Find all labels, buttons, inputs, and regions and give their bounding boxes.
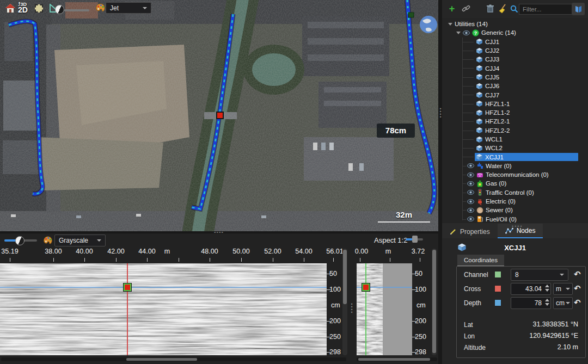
profile-position-line[interactable] bbox=[365, 263, 366, 355]
x-tick-label: 38.00 bbox=[45, 248, 62, 255]
radargram-palette-button[interactable] bbox=[42, 235, 53, 246]
tree-item[interactable]: HFZL1-1 bbox=[442, 100, 588, 108]
cross-spinner[interactable] bbox=[545, 285, 549, 292]
tree-item[interactable]: HFZL2-2 bbox=[442, 126, 588, 135]
radargram-colormap-select[interactable]: Grayscale bbox=[54, 235, 106, 246]
clear-button[interactable] bbox=[497, 3, 508, 15]
depth-spinner[interactable] bbox=[545, 299, 549, 306]
tree-item[interactable]: CJJ1 bbox=[442, 38, 588, 46]
cross-undo-button[interactable]: ↶ bbox=[574, 284, 581, 293]
tree-category-traffic[interactable]: Traffic Control (0) bbox=[442, 188, 588, 197]
tree-category-telecom[interactable]: Telecommunication (0) bbox=[442, 170, 588, 179]
eye-icon[interactable] bbox=[467, 208, 474, 213]
map-colormap-value: Jet bbox=[110, 4, 119, 12]
tab-coordinates[interactable]: Coordinates bbox=[457, 255, 504, 267]
cross-input[interactable]: 43.04 bbox=[511, 283, 551, 295]
eye-icon[interactable] bbox=[467, 181, 474, 186]
tree-item[interactable]: WCL2 bbox=[442, 144, 588, 152]
map-viewport[interactable]: ⤴3D 2D Jet 78cm 32m bbox=[0, 0, 438, 231]
tree-item-label: HFZL2-2 bbox=[485, 127, 510, 134]
cross-radargram[interactable] bbox=[357, 263, 412, 355]
main-radargram[interactable] bbox=[0, 263, 327, 355]
catalog-panel-button[interactable] bbox=[572, 3, 585, 15]
tree-item[interactable]: CJJ6 bbox=[442, 82, 588, 90]
spin-down-icon bbox=[545, 289, 549, 292]
caret-down-icon[interactable] bbox=[456, 32, 461, 34]
map-palette-button[interactable] bbox=[95, 2, 106, 13]
main-radargram-vscrollbar[interactable] bbox=[342, 249, 347, 355]
lon-label: Lon bbox=[464, 332, 475, 340]
eye-icon[interactable] bbox=[467, 172, 474, 177]
tree-category-water[interactable]: Water (0) bbox=[442, 162, 588, 170]
vertical-splitter[interactable]: •••• bbox=[438, 0, 442, 364]
cube-icon bbox=[476, 47, 483, 54]
x-tick-label: 52.00 bbox=[264, 248, 281, 255]
map-colormap-select[interactable]: Jet bbox=[106, 2, 151, 14]
aspect-ratio-label: Aspect 1:2 bbox=[374, 236, 407, 244]
tree-item[interactable]: CJJ5 bbox=[442, 73, 588, 82]
map-contrast-slider-handle[interactable] bbox=[55, 5, 64, 14]
tree-item-label: CJJ3 bbox=[485, 56, 499, 63]
cross-radargram-hscrollbar[interactable] bbox=[357, 357, 437, 361]
tree-category-sewer[interactable]: Sewer (0) bbox=[442, 206, 588, 214]
selected-node-map-marker[interactable] bbox=[217, 112, 223, 119]
tree-item[interactable]: CJJ4 bbox=[442, 64, 588, 72]
depth-line[interactable] bbox=[0, 287, 327, 288]
aspect-slider-handle[interactable] bbox=[412, 236, 418, 243]
eye-icon[interactable] bbox=[463, 30, 470, 35]
marquee-select-button[interactable] bbox=[34, 3, 44, 13]
globe-icon[interactable] bbox=[420, 16, 437, 33]
tree-category-fuel[interactable]: Fuel/Oil (0) bbox=[442, 215, 588, 224]
tree-root-utilities[interactable]: Utilities (14) bbox=[442, 20, 588, 28]
selected-node-radargram-marker[interactable] bbox=[362, 283, 370, 291]
tree-item[interactable]: CJJ2 bbox=[442, 46, 588, 55]
panel-splitter-handle[interactable]: •••• bbox=[512, 224, 523, 229]
tab-properties[interactable]: Properties bbox=[442, 225, 498, 238]
track-node-marker[interactable] bbox=[408, 13, 414, 17]
filter-input[interactable] bbox=[519, 4, 574, 15]
map-contrast-slider-track[interactable] bbox=[64, 9, 89, 11]
cross-unit: m bbox=[556, 285, 561, 293]
eye-icon[interactable] bbox=[467, 163, 474, 168]
home-button[interactable] bbox=[4, 2, 16, 14]
add-utility-button[interactable]: + bbox=[446, 3, 457, 14]
radargram-contrast-slider-handle[interactable] bbox=[15, 236, 24, 245]
water-icon bbox=[476, 162, 483, 169]
tree-category-gas[interactable]: Gas (0) bbox=[442, 179, 588, 188]
channel-undo-button[interactable]: ↶ bbox=[574, 270, 581, 279]
tree-item[interactable]: WCL1 bbox=[442, 135, 588, 144]
search-button[interactable] bbox=[509, 3, 519, 14]
radargram-colormap-value: Grayscale bbox=[59, 237, 88, 244]
tree-category-electric[interactable]: Electric (0) bbox=[442, 197, 588, 206]
selected-node-radargram-marker[interactable] bbox=[124, 283, 131, 291]
x-tick-label: 44.00 bbox=[138, 248, 155, 255]
tree-item[interactable]: HFZL1-2 bbox=[442, 108, 588, 117]
depth-value: 78 bbox=[535, 299, 542, 307]
view-2d3d-toggle[interactable]: ⤴3D 2D bbox=[18, 2, 32, 15]
eye-icon[interactable] bbox=[467, 217, 474, 221]
eye-icon[interactable] bbox=[467, 199, 474, 204]
tree-item[interactable]: HFZL2-1 bbox=[442, 117, 588, 126]
y-tick-label: 250 bbox=[415, 333, 426, 341]
delete-button[interactable] bbox=[485, 3, 495, 14]
tree-item[interactable]: CJJ3 bbox=[442, 55, 588, 64]
caret-down-icon[interactable] bbox=[448, 23, 452, 26]
selected-node-title: XCJJ1 bbox=[442, 244, 588, 252]
spin-up-icon bbox=[545, 299, 549, 301]
tree-item-label: CJJ7 bbox=[485, 92, 499, 98]
cross-radargram-vscrollbar[interactable] bbox=[432, 249, 437, 355]
cube-icon bbox=[476, 127, 483, 134]
tree-item[interactable]: CJJ7 bbox=[442, 90, 588, 99]
cross-position-line[interactable] bbox=[127, 263, 128, 355]
cross-unit-select[interactable]: m bbox=[553, 283, 573, 295]
depth-unit-select[interactable]: cm bbox=[553, 297, 573, 309]
channel-select[interactable]: 8 bbox=[511, 269, 568, 281]
link-button[interactable] bbox=[461, 3, 471, 14]
main-radargram-hscrollbar[interactable] bbox=[1, 357, 346, 361]
tree-item-selected[interactable]: XCJJ1 bbox=[442, 152, 588, 161]
depth-input[interactable]: 78 bbox=[511, 297, 551, 309]
radargram-splitter[interactable]: •••• bbox=[349, 303, 354, 314]
depth-undo-button[interactable]: ↶ bbox=[574, 298, 581, 307]
eye-icon[interactable] bbox=[467, 190, 474, 195]
tree-group-generic[interactable]: ? Generic (14) bbox=[442, 28, 588, 37]
